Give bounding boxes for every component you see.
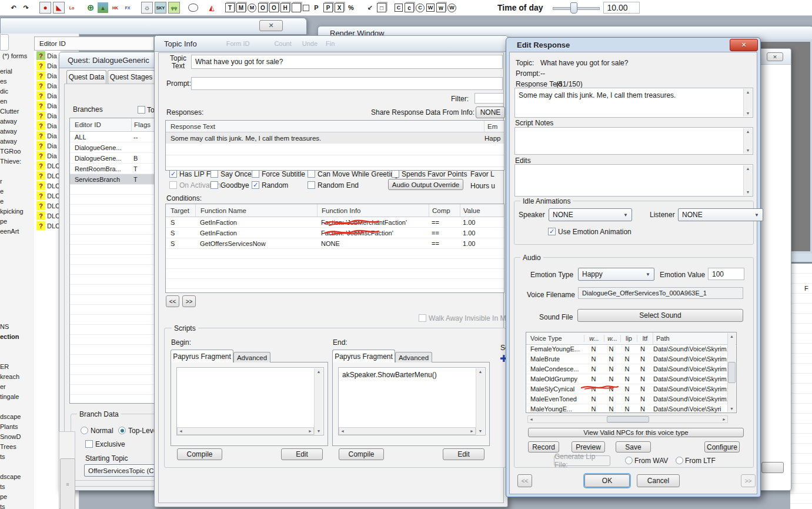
edit-response-close-button[interactable]: ✕ xyxy=(730,39,758,51)
use-emotion-checkbox[interactable]: ✓ xyxy=(548,228,556,235)
slider-thumb[interactable] xyxy=(570,2,577,14)
next-response-button[interactable]: >> xyxy=(182,295,196,307)
col-emotion[interactable]: Em xyxy=(484,121,504,132)
begin-script-textarea[interactable]: ▲▼ ◄► xyxy=(176,367,324,435)
script-notes-vscrollbar[interactable]: ▲▼ xyxy=(743,128,752,154)
spends-favor-checkbox[interactable] xyxy=(392,170,399,178)
w-letter-icon[interactable]: W xyxy=(426,4,435,12)
col-voice-type[interactable]: Voice Type xyxy=(526,335,584,342)
starting-topic-dropdown[interactable]: OfferServicesTopic (Custom xyxy=(84,464,163,477)
filter-box-fragment[interactable] xyxy=(0,34,9,51)
voice-table-vscrollbar[interactable]: ▲ ▼ xyxy=(727,333,736,412)
snap-to-angle-icon[interactable]: ◣ xyxy=(53,2,65,14)
scroll-right-icon[interactable]: ► xyxy=(470,429,474,433)
topic-text-input[interactable]: What have you got for sale? xyxy=(191,55,503,69)
walk-away-checkbox[interactable] xyxy=(419,314,426,322)
measure-icon[interactable]: ◭ xyxy=(206,2,217,13)
col-target[interactable]: Target xyxy=(166,204,196,217)
arrow-icon[interactable]: ↙ xyxy=(365,2,375,13)
response-textarea[interactable]: Some may call this junk. Me, I call them… xyxy=(514,88,753,118)
end-edit-button[interactable]: Edit xyxy=(443,448,484,460)
col-editor-id[interactable]: Editor ID xyxy=(70,118,132,131)
occlusion-box-icon[interactable]: O xyxy=(258,3,268,12)
edits-vscrollbar[interactable]: ▲▼ xyxy=(743,165,752,195)
scroll-down-icon[interactable]: ▼ xyxy=(746,190,750,194)
share-response-button[interactable]: NONE xyxy=(476,107,505,118)
portal-icon[interactable]: H xyxy=(280,3,290,12)
test-cube-icon[interactable]: T xyxy=(225,3,235,12)
cancel-button[interactable]: Cancel xyxy=(637,474,680,487)
configure-button[interactable]: Configure xyxy=(704,441,740,453)
small-box-icon[interactable] xyxy=(303,5,309,11)
sky-icon[interactable]: SKY xyxy=(155,2,166,14)
scroll-right-icon[interactable]: ► xyxy=(308,429,312,433)
col-wav[interactable]: w... xyxy=(584,335,604,342)
tree-scrollbar-thumb[interactable]: ≡ xyxy=(60,458,75,509)
undo-icon[interactable]: ↶ xyxy=(8,2,19,13)
random-checkbox[interactable]: ✓ xyxy=(252,181,259,189)
no-render-icon[interactable]: X xyxy=(335,3,344,12)
branch-normal-radio[interactable] xyxy=(81,427,88,434)
w-circle-icon[interactable]: W xyxy=(447,4,456,12)
world-icon[interactable]: ⊕ xyxy=(85,2,96,13)
col-response-text[interactable]: Response Text xyxy=(166,123,215,130)
select-sound-button[interactable]: Select Sound xyxy=(577,309,743,322)
response-vscrollbar[interactable]: ▲▼ xyxy=(743,89,752,117)
scroll-down-icon[interactable]: ▼ xyxy=(746,111,750,115)
begin-compile-button[interactable]: Compile xyxy=(177,448,222,460)
occlusion-plane-icon[interactable]: O xyxy=(269,3,279,12)
voice-table-header[interactable]: Voice Type w... w... lip ltf Path xyxy=(526,332,736,345)
save-button[interactable]: Save xyxy=(616,441,651,453)
response-empty-row[interactable] xyxy=(166,155,504,167)
light-markers-icon[interactable]: ☼ xyxy=(141,2,153,14)
end-advanced-tab[interactable]: Advanced xyxy=(395,352,432,362)
say-once-checkbox[interactable] xyxy=(210,170,218,178)
end-hscrollbar[interactable]: ◄► xyxy=(339,427,476,435)
scroll-up-icon[interactable]: ▲ xyxy=(746,167,750,171)
exclusive-checkbox[interactable] xyxy=(85,440,93,448)
end-compile-button[interactable]: Compile xyxy=(339,448,384,460)
edit-response-titlebar[interactable]: Edit Response ✕ xyxy=(506,38,760,52)
time-of-day-slider[interactable] xyxy=(553,2,599,13)
col-function-name[interactable]: Function Name xyxy=(196,204,318,217)
col-function-info[interactable]: Function Info xyxy=(318,204,429,217)
scroll-down-icon[interactable]: ▼ xyxy=(479,429,483,433)
audio-output-override-button[interactable]: Audio Output Override xyxy=(388,179,463,190)
response-empty-row[interactable] xyxy=(166,144,504,155)
col-flags[interactable]: Flags xyxy=(132,121,151,128)
scroll-up-icon[interactable]: ▲ xyxy=(479,370,483,374)
ok-button[interactable]: OK xyxy=(584,474,630,487)
generate-lip-button[interactable]: Generate Lip File: xyxy=(554,455,610,466)
object-window-close-button[interactable]: ✕ xyxy=(259,20,283,31)
navmesh-cube-icon[interactable]: □ xyxy=(377,3,386,12)
tab-quest-stages[interactable]: Quest Stages xyxy=(108,70,155,84)
top-level-filter-checkbox[interactable] xyxy=(138,106,145,114)
goodbye-checkbox[interactable] xyxy=(210,181,218,189)
voice-table-hscrollbar[interactable]: ◄ ► xyxy=(527,415,728,423)
end-vscrollbar[interactable]: ▲▼ xyxy=(476,368,484,434)
col-lip[interactable]: lip xyxy=(620,335,637,342)
end-fragment-tab[interactable]: Papyrus Fragment xyxy=(332,350,395,362)
on-activation-checkbox[interactable] xyxy=(169,181,177,189)
side-window-close-button[interactable]: ✕ xyxy=(767,52,783,61)
c-letter-icon[interactable]: C xyxy=(395,4,403,12)
col-wav48[interactable]: w... xyxy=(604,335,620,342)
c-circle-icon[interactable]: C xyxy=(416,4,425,12)
side-window-button-fragment[interactable] xyxy=(761,462,784,473)
marker-cube-icon[interactable]: M xyxy=(236,3,246,12)
begin-edit-button[interactable]: Edit xyxy=(281,448,323,460)
begin-advanced-tab[interactable]: Advanced xyxy=(233,352,270,362)
response-row[interactable]: Some may call this junk. Me, I call them… xyxy=(166,132,504,144)
emotion-value-input[interactable]: 100 xyxy=(708,268,744,280)
snap-to-grid-icon[interactable]: ● xyxy=(39,2,51,14)
scroll-up-icon[interactable]: ▲ xyxy=(730,334,734,338)
scroll-down-icon[interactable]: ▼ xyxy=(730,407,734,411)
col-ltf[interactable]: ltf xyxy=(637,335,653,342)
responses-table-header[interactable]: Response Text Em xyxy=(166,121,504,132)
conditions-table-header[interactable]: Target Function Name Function Info Comp … xyxy=(166,204,504,217)
primitive-cube-icon[interactable]: P xyxy=(323,3,333,12)
begin-fragment-tab[interactable]: Papyrus Fragment xyxy=(171,350,233,362)
from-ltf-radio[interactable] xyxy=(676,457,683,464)
has-lip-checkbox[interactable]: ✓ xyxy=(169,170,177,178)
redo-icon[interactable]: ↷ xyxy=(21,2,31,13)
